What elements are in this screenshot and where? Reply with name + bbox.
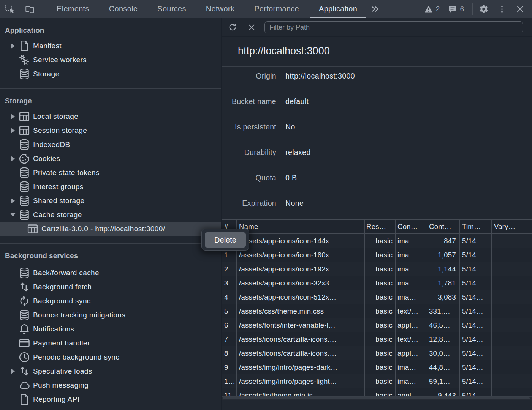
cell-col-name: /assets/css/theme.min.css xyxy=(237,304,365,318)
settings-gear-icon[interactable] xyxy=(479,4,489,14)
sidebar-item-interest-groups[interactable]: Interest groups xyxy=(0,180,221,194)
table-row-3[interactable]: 3/assets/app-icons/icon-32x3…basicima…1,… xyxy=(222,276,532,290)
sidebar-item-session-storage[interactable]: Session storage xyxy=(0,123,221,137)
field-is-persistent: Is persistentNo xyxy=(222,118,532,143)
cell-col-vary-header xyxy=(492,248,532,262)
field-origin: Originhttp://localhost:3000 xyxy=(222,67,532,92)
sidebar-item-speculative-loads[interactable]: Speculative loads xyxy=(0,364,221,378)
context-menu-item-delete[interactable]: Delete xyxy=(205,232,246,248)
tab-network[interactable]: Network xyxy=(196,0,244,18)
sidebar-item-label: Interest groups xyxy=(33,183,84,191)
scrollbar-thumb[interactable] xyxy=(223,397,530,399)
cell-col-vary-header xyxy=(492,388,532,396)
table-row-9[interactable]: 9/assets/img/intro/pages-dark…basicima…4… xyxy=(222,360,532,374)
cell-col-content-type: ima… xyxy=(396,262,428,276)
cell-col-content-length: 30,0… xyxy=(428,346,460,360)
sidebar-item-label: IndexedDB xyxy=(33,140,70,149)
table-row-11[interactable]: 11/assets/js/theme.min.jsbasicappl…9,443… xyxy=(222,388,532,396)
sidebar-item-service-workers[interactable]: Service workers xyxy=(0,53,221,67)
warnings-indicator[interactable]: 2 xyxy=(424,5,440,14)
field-expiration: ExpirationNone xyxy=(222,194,532,219)
device-toolbar-icon[interactable] xyxy=(25,4,35,14)
kebab-menu-icon[interactable] xyxy=(497,4,507,14)
header-col-vary-header[interactable]: Vary… xyxy=(492,220,532,233)
expand-arrow-right-icon[interactable] xyxy=(10,368,19,375)
cache-storage-panel: http://localhost:3000 Originhttp://local… xyxy=(222,18,532,410)
topbar-right-separator xyxy=(472,3,473,15)
sidebar-item-shared-storage[interactable]: Shared storage xyxy=(0,194,221,208)
field-value: default xyxy=(285,97,309,106)
cell-col-content-length: 1,144 xyxy=(428,262,460,276)
sidebar-item-notifications[interactable]: Notifications xyxy=(0,322,221,336)
horizontal-scrollbar[interactable] xyxy=(222,396,532,400)
table-row-5[interactable]: 5/assets/css/theme.min.cssbasictext/…331… xyxy=(222,304,532,318)
sidebar-item-push-messaging[interactable]: Push messaging xyxy=(0,378,221,392)
header-col-time-cached[interactable]: Tim… xyxy=(460,220,492,233)
cell-col-response-type: basic xyxy=(365,388,396,396)
sidebar-item-cartzilla-3-0-0-http-localhost-3000[interactable]: Cartzilla-3.0.0 - http://localhost:3000/ xyxy=(0,222,221,236)
header-col-response-type[interactable]: Res… xyxy=(365,220,396,233)
sidebar-item-background-fetch[interactable]: Background fetch xyxy=(0,280,221,294)
close-devtools-icon[interactable] xyxy=(515,4,525,14)
header-col-name[interactable]: Name xyxy=(237,220,365,233)
tab-console[interactable]: Console xyxy=(99,0,147,18)
tab-performance[interactable]: Performance xyxy=(244,0,309,18)
table-row-4[interactable]: 4/assets/app-icons/icon-512x…basicima…3,… xyxy=(222,290,532,304)
expand-arrow-right-icon[interactable] xyxy=(10,113,19,120)
table-row-6[interactable]: 6/assets/fonts/inter-variable-l…basicapp… xyxy=(222,318,532,332)
sidebar-item-label: Manifest xyxy=(33,42,62,50)
cell-col-content-length: 44,8… xyxy=(428,360,460,374)
cell-col-time-cached: 5/14… xyxy=(460,276,492,290)
expand-arrow-right-icon[interactable] xyxy=(10,155,19,162)
cell-col-name: /assets/app-icons/icon-144x… xyxy=(237,234,365,248)
expand-arrow-right-icon[interactable] xyxy=(10,43,19,49)
document-icon xyxy=(19,41,30,51)
more-tabs-button[interactable] xyxy=(367,0,383,18)
sidebar-item-private-state-tokens[interactable]: Private state tokens xyxy=(0,166,221,180)
sidebar-item-payment-handler[interactable]: Payment handler xyxy=(0,336,221,350)
refresh-icon[interactable] xyxy=(228,22,238,32)
header-col-content-length[interactable]: Cont… xyxy=(428,220,460,233)
cache-entries-table: #NameRes…Con…Cont…Tim…Vary… 0/assets/app… xyxy=(222,219,532,396)
cell-col-index: 8 xyxy=(222,346,237,360)
sidebar-item-storage[interactable]: Storage xyxy=(0,67,221,81)
field-label: Durability xyxy=(222,148,276,157)
cell-col-name: /assets/js/theme.min.js xyxy=(237,388,365,396)
tab-application[interactable]: Application xyxy=(309,0,367,18)
table-row-7[interactable]: 7/assets/icons/cartzilla-icons.…basictex… xyxy=(222,332,532,346)
cell-col-time-cached: 5/14… xyxy=(460,248,492,262)
expand-arrow-right-icon[interactable] xyxy=(10,127,19,134)
sidebar-item-bounce-tracking-mitigations[interactable]: Bounce tracking mitigations xyxy=(0,308,221,322)
expand-arrow-down-icon[interactable] xyxy=(10,211,19,218)
sidebar-item-label: Bounce tracking mitigations xyxy=(33,311,125,319)
tab-elements[interactable]: Elements xyxy=(47,0,99,18)
cell-col-time-cached: 5/14… xyxy=(460,332,492,346)
context-menu: Delete xyxy=(201,229,249,251)
sidebar-item-back-forward-cache[interactable]: Back/forward cache xyxy=(0,266,221,280)
sidebar-item-reporting-api[interactable]: Reporting API xyxy=(0,392,221,406)
cell-col-content-length: 847 xyxy=(428,234,460,248)
sidebar-item-cookies[interactable]: Cookies xyxy=(0,151,221,166)
table-icon xyxy=(19,111,30,122)
table-row-0[interactable]: 0/assets/app-icons/icon-144x…basicima…84… xyxy=(222,234,532,248)
header-col-content-type[interactable]: Con… xyxy=(396,220,428,233)
tab-sources[interactable]: Sources xyxy=(147,0,196,18)
table-row-2[interactable]: 2/assets/app-icons/icon-192x…basicima…1,… xyxy=(222,262,532,276)
sidebar-item-label: Background sync xyxy=(33,297,91,305)
table-row-1[interactable]: 1/assets/app-icons/icon-180x…basicima…1,… xyxy=(222,248,532,262)
sidebar-item-cache-storage[interactable]: Cache storage xyxy=(0,208,221,222)
sidebar-item-local-storage[interactable]: Local storage xyxy=(0,109,221,123)
sidebar-item-manifest[interactable]: Manifest xyxy=(0,39,221,53)
sidebar-item-indexeddb[interactable]: IndexedDB xyxy=(0,137,221,151)
inspect-element-icon[interactable] xyxy=(5,4,15,14)
clear-icon[interactable] xyxy=(247,22,256,32)
issues-indicator[interactable]: 6 xyxy=(448,5,464,14)
sidebar-item-background-sync[interactable]: Background sync xyxy=(0,294,221,308)
table-row-8[interactable]: 8/assets/icons/cartzilla-icons.…basicapp… xyxy=(222,346,532,360)
table-row-10[interactable]: 1…/assets/img/intro/pages-light…basicima… xyxy=(222,374,532,388)
sidebar-item-periodic-background-sync[interactable]: Periodic background sync xyxy=(0,350,221,364)
database-icon xyxy=(19,310,30,320)
expand-arrow-right-icon[interactable] xyxy=(10,197,19,204)
database-icon xyxy=(19,139,30,150)
filter-input[interactable] xyxy=(264,21,523,33)
